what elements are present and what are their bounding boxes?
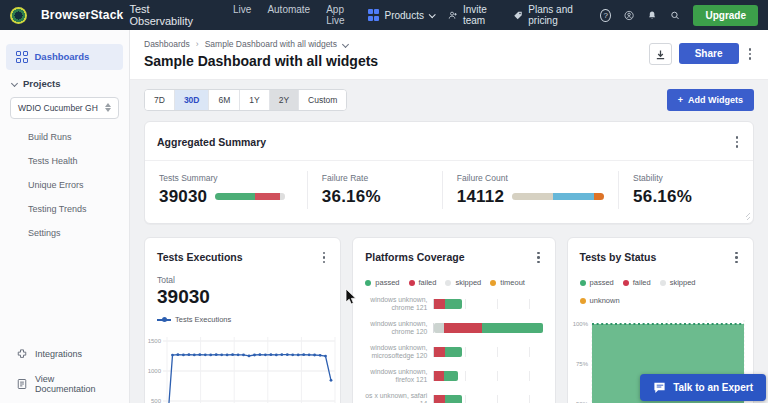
header-actions: Share <box>649 39 754 69</box>
help-icon[interactable]: ? <box>600 9 611 22</box>
platform-label: windows unknown, microsoftedge 120 <box>357 344 433 361</box>
range-tab-7d[interactable]: 7D <box>145 90 175 110</box>
platform-bar-row: os x unknown, safari 14 <box>357 392 544 403</box>
nav-link-app-live[interactable]: App Live <box>326 4 348 26</box>
sidebar-item-tests-health[interactable]: Tests Health <box>0 149 129 173</box>
project-selector-value: WDIO Cucumber GH <box>18 103 98 113</box>
stat-stability: Stability 56.16% <box>618 171 753 209</box>
platforms-coverage-kebab-menu[interactable] <box>534 247 543 269</box>
platforms-coverage-chart[interactable]: windows unknown, chrome 121windows unkno… <box>353 292 554 403</box>
legend-item-passed[interactable]: passed <box>365 278 399 287</box>
sidebar-item-view-documentation[interactable]: View Documentation <box>6 367 123 401</box>
failed-segment <box>434 347 445 357</box>
svg-text:1500: 1500 <box>148 338 162 344</box>
page-title: Sample Dashboard with all widgets <box>144 53 378 69</box>
legend-item-failed[interactable]: failed <box>623 278 651 287</box>
legend-item-tests-executions[interactable]: Tests Executions <box>157 315 231 324</box>
download-button[interactable] <box>649 43 672 65</box>
download-icon <box>655 49 666 60</box>
timeout-dot-icon <box>490 280 496 286</box>
puzzle-icon <box>16 348 28 360</box>
add-widgets-button[interactable]: + Add Widgets <box>667 89 754 111</box>
share-button[interactable]: Share <box>679 43 739 64</box>
sidebar-item-unique-errors[interactable]: Unique Errors <box>0 173 129 197</box>
sidebar-item-settings[interactable]: Settings <box>0 221 129 245</box>
legend-label: failed <box>633 278 651 287</box>
platforms-coverage-card: Platforms Coverage passed failed skipped… <box>352 237 555 403</box>
stat-failure-count: Failure Count 14112 <box>442 171 618 209</box>
aggregated-summary-kebab-menu[interactable] <box>733 131 742 153</box>
sidebar-dashboards-label: Dashboards <box>35 51 90 62</box>
topnav-right: Invite team Plans and pricing ? Upgrade <box>448 4 758 26</box>
app-window: BrowserStack Test Observability Live Aut… <box>0 0 768 403</box>
range-tab-30d[interactable]: 30D <box>175 90 210 110</box>
nav-link-live[interactable]: Live <box>233 4 251 26</box>
legend-label: passed <box>375 278 399 287</box>
products-menu[interactable]: Products <box>368 9 434 21</box>
resize-handle-icon[interactable] <box>743 213 750 220</box>
breadcrumb: Dashboards › Sample Dashboard with all w… <box>144 39 378 49</box>
search-icon[interactable] <box>670 9 680 22</box>
view-documentation-label: View Documentation <box>35 374 113 394</box>
sidebar-item-dashboards[interactable]: Dashboards <box>6 44 123 70</box>
platform-label: windows unknown, chrome 120 <box>357 320 433 337</box>
platform-label: windows unknown, firefox 121 <box>357 368 433 385</box>
upgrade-button[interactable]: Upgrade <box>693 5 758 26</box>
sidebar-projects-toggle[interactable]: Projects <box>0 70 129 95</box>
stat-label: Stability <box>633 173 739 183</box>
tests-executions-chart[interactable]: 15001000500 <box>145 329 341 403</box>
selector-stepper-icon <box>105 103 111 113</box>
breadcrumb-current[interactable]: Sample Dashboard with all widgets <box>205 39 337 49</box>
account-icon[interactable] <box>624 9 634 22</box>
sidebar-item-build-runs[interactable]: Build Runs <box>0 125 129 149</box>
breadcrumb-dashboards[interactable]: Dashboards <box>144 39 190 49</box>
chat-bubble-icon <box>653 381 666 394</box>
line-series-icon <box>157 319 171 321</box>
notifications-bell-icon[interactable] <box>647 9 657 22</box>
platforms-coverage-legend: passed failed skipped timeout <box>353 275 554 292</box>
platform-bar[interactable] <box>433 323 544 333</box>
chevron-down-icon[interactable] <box>342 40 349 47</box>
nav-link-automate[interactable]: Automate <box>267 4 310 26</box>
svg-text:75%: 75% <box>576 361 589 367</box>
skipped-dot-icon <box>660 280 666 286</box>
tests-by-status-header: Tests by Status <box>568 238 753 276</box>
range-tab-custom[interactable]: Custom <box>299 90 346 110</box>
plans-pricing-button[interactable]: Plans and pricing <box>513 4 587 26</box>
sidebar-item-testing-trends[interactable]: Testing Trends <box>0 197 129 221</box>
platform-bar[interactable] <box>433 371 544 381</box>
unknown-dot-icon <box>580 298 586 304</box>
tests-executions-header: Tests Executions <box>145 238 340 276</box>
range-tab-6m[interactable]: 6M <box>209 90 240 110</box>
top-nav-links: Live Automate App Live <box>233 4 348 26</box>
legend-label: unknown <box>590 296 620 305</box>
platform-bar-row: windows unknown, firefox 121 <box>357 368 544 385</box>
legend-item-unknown[interactable]: unknown <box>580 296 620 305</box>
chevron-down-icon <box>11 79 18 86</box>
platform-bar-row: windows unknown, microsoftedge 120 <box>357 344 544 361</box>
legend-item-failed[interactable]: failed <box>409 278 437 287</box>
platform-bar[interactable] <box>433 395 544 403</box>
platform-bar[interactable] <box>433 299 544 309</box>
invite-team-button[interactable]: Invite team <box>448 4 500 26</box>
talk-to-expert-button[interactable]: Talk to an Expert <box>640 374 766 401</box>
tests-by-status-title: Tests by Status <box>580 251 657 263</box>
sidebar-item-integrations[interactable]: Integrations <box>6 341 123 367</box>
legend-item-skipped[interactable]: skipped <box>445 278 481 287</box>
legend-item-skipped[interactable]: skipped <box>660 278 696 287</box>
legend-item-timeout[interactable]: timeout <box>490 278 525 287</box>
tests-executions-kebab-menu[interactable] <box>320 247 329 269</box>
tests-by-status-kebab-menu[interactable] <box>732 247 741 269</box>
tests-by-status-legend: passed failed skipped unknown <box>568 275 753 310</box>
platform-bar-row: windows unknown, chrome 121 <box>357 296 544 313</box>
legend-item-passed[interactable]: passed <box>580 278 614 287</box>
platform-bar[interactable] <box>433 347 544 357</box>
dashboards-icon <box>16 51 28 63</box>
project-selector[interactable]: WDIO Cucumber GH <box>10 97 119 119</box>
brand-name[interactable]: BrowserStack <box>41 8 123 22</box>
browserstack-logo-icon[interactable] <box>10 7 27 24</box>
add-widgets-label: Add Widgets <box>688 95 743 105</box>
header-kebab-menu[interactable] <box>746 43 755 65</box>
range-tab-1y[interactable]: 1Y <box>240 90 269 110</box>
range-tab-2y[interactable]: 2Y <box>270 90 299 110</box>
